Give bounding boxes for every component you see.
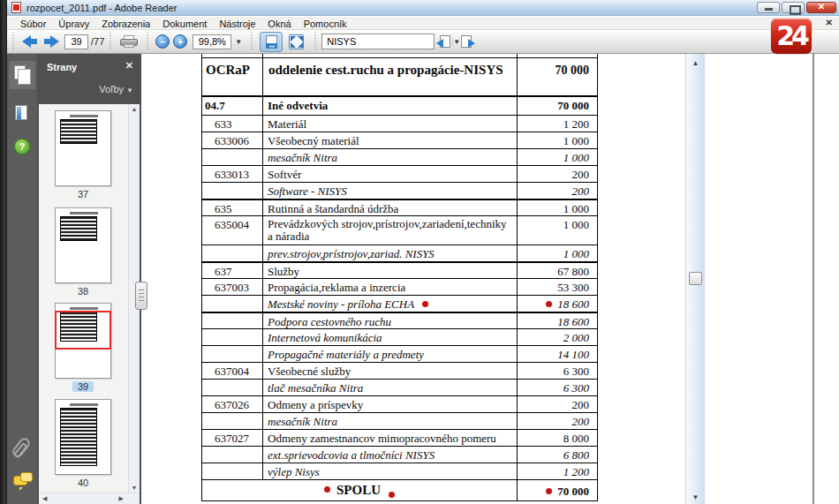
zoom-out-button[interactable]: [155, 34, 170, 49]
attachments-icon[interactable]: [11, 436, 32, 459]
table-cell-value: 8 000: [518, 430, 597, 446]
table-cell-code: [202, 329, 263, 345]
thumbnail-page-number[interactable]: 40: [72, 478, 94, 488]
scrolling-mode-button[interactable]: [260, 32, 283, 52]
panel-resize-handle[interactable]: [135, 282, 147, 310]
help-icon[interactable]: ?: [14, 139, 30, 154]
table-cell-value: 14 100: [518, 346, 597, 362]
table-cell-value: 18 600: [518, 313, 597, 328]
table-cell-description: Propagácia,reklama a inzercia: [263, 279, 518, 295]
zoom-level-combo[interactable]: 99,8% ▼: [193, 34, 246, 49]
minimize-button[interactable]: [757, 2, 780, 13]
table-cell-code: 633013: [202, 166, 263, 182]
menu-item[interactable]: Úpravy: [52, 19, 95, 29]
table-cell-value: 200: [518, 396, 597, 412]
close-button[interactable]: [806, 2, 836, 13]
find-previous-button[interactable]: [436, 34, 454, 49]
table-cell-description: Software - NISYS: [263, 183, 518, 199]
table-cell-description: Softvér: [263, 166, 518, 182]
thumbnail-page-image[interactable]: [55, 399, 111, 475]
menu-item[interactable]: Dokument: [156, 19, 213, 29]
menu-item[interactable]: Okná: [261, 19, 297, 29]
previous-page-button[interactable]: [21, 34, 39, 49]
toolbar-separator: [314, 33, 317, 50]
maximize-button[interactable]: [782, 2, 805, 13]
menu-item[interactable]: Zobrazenia: [95, 19, 156, 29]
next-page-button[interactable]: [42, 34, 60, 49]
thumbnail-page-number[interactable]: 38: [72, 286, 94, 297]
toolbar-separator: [109, 33, 112, 50]
table-row: prev.strojov,prístrojov,zariad. NISYS1 0…: [202, 245, 597, 262]
scroll-up-icon[interactable]: ▲: [686, 59, 705, 67]
table-cell-code: [202, 380, 263, 395]
document-vertical-scrollbar[interactable]: ▲ ▼: [685, 54, 705, 504]
table-cell-code: [202, 313, 263, 328]
bookmarks-panel-icon[interactable]: [15, 105, 27, 120]
menu-item[interactable]: Nástroje: [213, 19, 261, 29]
desktop-edge: [0, 0, 7, 504]
menu-item[interactable]: Súbor: [14, 19, 52, 29]
table-cell-code: 633006: [202, 132, 263, 148]
thumbnail-page-image[interactable]: [55, 110, 111, 186]
toolbar: /77 99,8% ▼ ▼: [7, 30, 839, 54]
table-cell-code: 637026: [202, 396, 263, 412]
scroll-down-icon[interactable]: ▼: [686, 493, 705, 501]
table-cell-description: Materiál: [263, 116, 518, 132]
menubar: SúborÚpravyZobrazeniaDokumentNástrojeOkn…: [7, 17, 839, 30]
page-thumbnail[interactable]: 39: [55, 303, 111, 392]
panel-close-icon[interactable]: ✕: [125, 60, 133, 71]
scroll-right-icon[interactable]: ▶: [119, 495, 124, 502]
thumbnail-page-number[interactable]: 39: [72, 381, 94, 392]
scroll-down-icon[interactable]: ▼: [129, 485, 140, 491]
table-row: mesačník Nitra200: [202, 413, 597, 430]
table-row: 637027Odmeny zamestnancov mimopracovného…: [202, 430, 597, 447]
table-cell-code: 635004: [202, 216, 263, 244]
find-next-button[interactable]: [457, 34, 475, 49]
table-cell-code: [202, 54, 263, 57]
fit-window-button[interactable]: [286, 32, 307, 52]
table-row: Propagačné materiály a predmety14 100: [202, 346, 597, 363]
print-button[interactable]: [119, 34, 139, 49]
pages-panel-icon[interactable]: [14, 65, 26, 79]
table-row: 633006Všeobecný materiál1 000: [202, 132, 597, 149]
search-input[interactable]: [322, 34, 452, 49]
table-cell-code: 637: [202, 263, 263, 278]
menubar-close-icon[interactable]: ✕: [826, 18, 833, 27]
table-row: 04.7Iné odvetvia70 000: [202, 96, 597, 116]
table-cell-description: Všeobecné služby: [263, 363, 518, 379]
budget-table: OCRaPoddelenie cest.ruchu a propagácie-N…: [201, 54, 598, 501]
page-thumbnail[interactable]: 40: [55, 399, 111, 488]
table-row: 633013Softvér200: [202, 166, 597, 183]
table-cell-code: [202, 447, 263, 463]
page-thumbnail[interactable]: 38: [55, 207, 111, 297]
table-cell-code: [202, 245, 263, 261]
table-cell-description: Odmeny a príspevky: [263, 396, 518, 412]
table-cell-value: 1 200: [518, 116, 597, 132]
zoom-level-value: 99,8%: [193, 34, 231, 49]
thumbnail-page-image[interactable]: [55, 207, 111, 283]
chevron-down-icon[interactable]: ▼: [231, 38, 246, 46]
panel-options-button[interactable]: Voľby ▼: [99, 84, 133, 94]
visible-area-rectangle[interactable]: [55, 311, 111, 350]
adobe-reader-window: rozpocet_2011.pdf - Adobe Reader SúborÚp…: [7, 0, 839, 504]
page-number-input[interactable]: [64, 34, 88, 49]
scrollbar-thumb[interactable]: [689, 272, 702, 285]
scroll-left-icon[interactable]: ◀: [42, 495, 47, 502]
zoom-in-button[interactable]: [173, 34, 187, 49]
scroll-up-icon[interactable]: ▲: [129, 106, 140, 112]
toolbar-separator: [11, 33, 15, 50]
search-combo[interactable]: ▼: [321, 34, 435, 49]
thumbnails-horizontal-scrollbar[interactable]: ◀ ▶: [39, 493, 140, 504]
table-cell-code: [202, 183, 263, 199]
page-thumbnail[interactable]: 37: [55, 110, 111, 199]
page-count-label: /77: [91, 36, 104, 47]
thumbnail-page-image[interactable]: [55, 303, 111, 379]
comments-icon[interactable]: [13, 476, 27, 485]
menu-item[interactable]: Pomocník: [298, 19, 353, 29]
table-cell-description: Rutinná a štandardná údržba: [263, 200, 518, 215]
table-cell-value: 53 300: [518, 279, 597, 295]
chevron-down-icon: ▼: [126, 87, 133, 94]
thumbnail-page-number[interactable]: 37: [72, 189, 94, 199]
titlebar[interactable]: rozpocet_2011.pdf - Adobe Reader: [7, 0, 839, 16]
table-row: 633Materiál1 200: [202, 116, 597, 132]
